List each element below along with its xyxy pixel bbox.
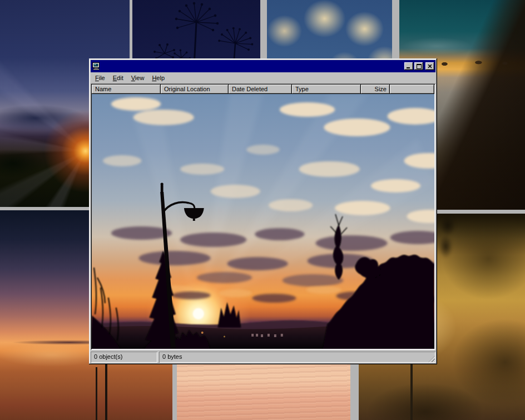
column-header-date-deleted[interactable]: Date Deleted bbox=[229, 85, 292, 94]
list-viewport[interactable] bbox=[92, 94, 434, 349]
close-icon bbox=[428, 65, 432, 68]
menu-edit[interactable]: Edit bbox=[109, 73, 127, 83]
computer-icon[interactable] bbox=[92, 62, 101, 71]
recycle-bin-window: File Edit View Help Name Original Locati… bbox=[89, 58, 437, 364]
window-controls bbox=[404, 62, 434, 70]
minimize-button[interactable] bbox=[404, 62, 413, 70]
column-header-type[interactable]: Type bbox=[292, 85, 361, 94]
column-header-original-location[interactable]: Original Location bbox=[161, 85, 229, 94]
minimize-icon bbox=[407, 64, 411, 68]
menu-file[interactable]: File bbox=[91, 73, 109, 83]
list-view: Name Original Location Date Deleted Type… bbox=[91, 83, 435, 350]
desktop-wallpaper: File Edit View Help Name Original Locati… bbox=[0, 0, 525, 420]
title-bar[interactable] bbox=[91, 60, 435, 72]
status-object-count: 0 object(s) bbox=[91, 352, 157, 363]
maximize-button[interactable] bbox=[414, 62, 423, 70]
water-pole bbox=[105, 360, 107, 420]
menu-bar: File Edit View Help bbox=[91, 72, 435, 83]
maximize-icon bbox=[417, 64, 422, 69]
column-header-name[interactable]: Name bbox=[92, 85, 161, 94]
column-header-size[interactable]: Size bbox=[361, 85, 390, 94]
menu-help[interactable]: Help bbox=[148, 73, 169, 83]
water-pole bbox=[96, 367, 97, 420]
column-header-row: Name Original Location Date Deleted Type… bbox=[92, 85, 434, 94]
tree-silhouette bbox=[435, 214, 460, 266]
column-header-empty bbox=[390, 85, 434, 94]
status-byte-count: 0 bytes bbox=[159, 352, 435, 363]
close-button[interactable] bbox=[425, 62, 434, 70]
menu-view[interactable]: View bbox=[127, 73, 148, 83]
status-bar: 0 object(s) 0 bytes bbox=[91, 352, 435, 363]
sunset-lamppost-photo bbox=[92, 94, 434, 349]
